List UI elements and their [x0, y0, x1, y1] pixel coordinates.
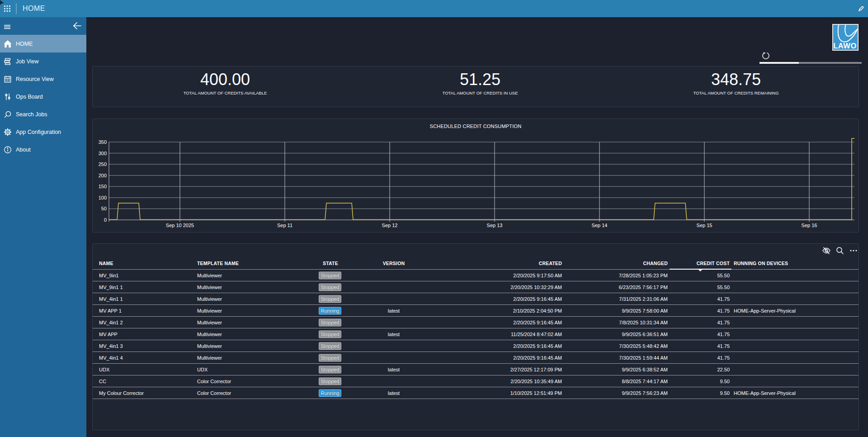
svg-text:Sep 10 2025: Sep 10 2025 — [166, 223, 194, 228]
svg-text:Sep 15: Sep 15 — [697, 223, 712, 228]
svg-text:Sep 12: Sep 12 — [382, 223, 398, 228]
svg-text:Sep 14: Sep 14 — [592, 223, 608, 228]
svg-text:300: 300 — [99, 151, 107, 156]
svg-text:Sep 11: Sep 11 — [277, 223, 292, 228]
svg-text:350: 350 — [99, 139, 107, 145]
svg-text:LAWO: LAWO — [833, 42, 857, 50]
svg-text:50: 50 — [101, 206, 107, 211]
svg-text:100: 100 — [99, 195, 107, 200]
svg-text:250: 250 — [99, 162, 107, 167]
svg-text:Sep 13: Sep 13 — [487, 223, 503, 228]
svg-text:200: 200 — [99, 173, 107, 178]
svg-text:Sep 16: Sep 16 — [802, 223, 817, 228]
svg-text:150: 150 — [99, 184, 107, 189]
svg-text:0: 0 — [104, 217, 107, 223]
